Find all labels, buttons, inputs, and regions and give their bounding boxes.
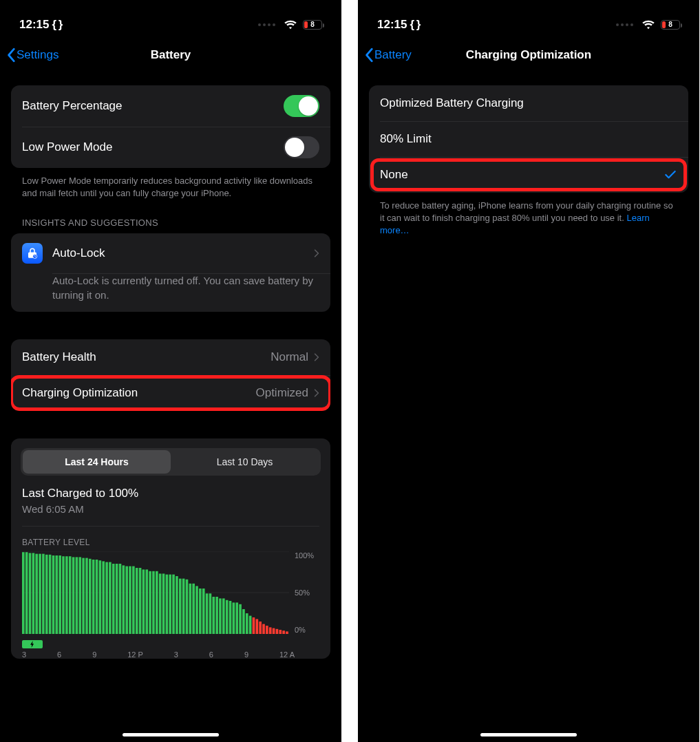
battery-icon: 8 <box>303 20 322 30</box>
x-axis-tick: 3 <box>22 650 26 659</box>
wifi-icon <box>641 18 655 32</box>
row-value: Normal <box>271 350 319 364</box>
svg-rect-17 <box>65 556 68 634</box>
tab-last-10-days[interactable]: Last 10 Days <box>171 450 319 474</box>
svg-rect-46 <box>162 573 165 634</box>
status-time: 12:15 { } <box>377 18 420 32</box>
autolock-insight-row[interactable]: Auto-Lock <box>11 233 330 273</box>
wifi-icon <box>284 18 297 32</box>
svg-rect-80 <box>276 629 279 634</box>
svg-rect-47 <box>166 574 169 633</box>
time-range-segmented[interactable]: Last 24 Hours Last 10 Days <box>21 448 321 476</box>
svg-rect-13 <box>52 555 55 634</box>
row-label: Charging Optimization <box>22 386 138 400</box>
battery-percentage-row[interactable]: Battery Percentage <box>11 85 330 127</box>
row-label: Low Power Mode <box>22 140 112 154</box>
svg-rect-21 <box>78 557 81 634</box>
svg-rect-22 <box>82 558 85 633</box>
x-axis-tick: 9 <box>92 650 96 659</box>
last-charged-title: Last Charged to 100% <box>22 487 319 500</box>
insights-header: INSIGHTS AND SUGGESTIONS <box>11 200 330 233</box>
status-time: 12:15 { } <box>19 18 62 32</box>
svg-rect-61 <box>212 597 215 634</box>
row-label: Battery Percentage <box>22 99 123 113</box>
low-power-mode-toggle[interactable] <box>284 136 319 158</box>
y-axis-labels: 100% 50% 0% <box>295 551 319 634</box>
x-axis-labels: 36912 P36912 A <box>11 650 330 659</box>
svg-rect-42 <box>149 571 151 634</box>
low-power-mode-row[interactable]: Low Power Mode <box>11 127 330 168</box>
svg-rect-38 <box>136 568 138 634</box>
svg-rect-7 <box>32 553 35 634</box>
svg-rect-35 <box>125 566 128 633</box>
lpm-footer: Low Power Mode temporarily reduces backg… <box>11 168 330 200</box>
svg-rect-32 <box>116 564 118 634</box>
svg-rect-34 <box>123 565 125 634</box>
svg-rect-78 <box>269 627 272 634</box>
battery-icon: 8 <box>661 20 680 30</box>
back-button[interactable]: Battery <box>365 47 412 63</box>
svg-rect-33 <box>119 564 122 634</box>
charging-optimization-screen: 12:15 { } 8 Battery Charging Optimizatio… <box>358 0 699 742</box>
status-bar: 12:15 { } 8 <box>0 0 341 41</box>
svg-rect-20 <box>76 557 78 634</box>
chart-section-label: BATTERY LEVEL <box>11 528 330 551</box>
charging-optimization-row[interactable]: Charging Optimization Optimized <box>11 375 330 411</box>
svg-rect-63 <box>219 598 222 634</box>
option-label: Optimized Battery Charging <box>380 96 524 110</box>
battery-percentage-toggle[interactable] <box>284 95 319 117</box>
x-axis-tick: 6 <box>209 650 213 659</box>
insights-group: Auto-Lock Auto-Lock is currently turned … <box>11 233 330 312</box>
bolt-icon <box>22 640 43 648</box>
option-optimized[interactable]: Optimized Battery Charging <box>369 85 688 121</box>
battery-level-chart: 100% 50% 0% <box>11 551 330 641</box>
option-none[interactable]: None <box>369 157 688 193</box>
svg-rect-81 <box>279 630 282 634</box>
svg-rect-79 <box>273 628 275 633</box>
back-label: Settings <box>17 48 59 62</box>
svg-rect-19 <box>72 557 75 634</box>
tab-last-24-hours[interactable]: Last 24 Hours <box>23 450 171 474</box>
x-axis-tick: 6 <box>57 650 61 659</box>
option-80-limit[interactable]: 80% Limit <box>369 121 688 157</box>
svg-rect-5 <box>25 552 28 634</box>
row-value: Optimized <box>255 386 319 400</box>
back-label: Battery <box>374 48 412 62</box>
svg-rect-44 <box>156 571 158 634</box>
svg-rect-30 <box>109 562 112 633</box>
back-button[interactable]: Settings <box>7 47 59 63</box>
cellular-dots-icon <box>616 23 633 26</box>
svg-rect-27 <box>99 560 102 634</box>
battery-health-row[interactable]: Battery Health Normal <box>11 339 330 375</box>
svg-rect-69 <box>239 604 242 634</box>
svg-rect-73 <box>253 617 255 634</box>
svg-rect-57 <box>199 589 202 634</box>
svg-rect-29 <box>105 562 108 633</box>
home-indicator <box>123 733 219 736</box>
svg-rect-31 <box>112 564 115 634</box>
svg-rect-12 <box>49 555 52 634</box>
svg-rect-75 <box>259 622 262 634</box>
home-indicator <box>480 733 577 736</box>
svg-rect-41 <box>145 569 148 634</box>
svg-rect-49 <box>172 574 175 633</box>
svg-rect-66 <box>229 601 232 634</box>
svg-rect-64 <box>222 598 225 634</box>
insight-title: Auto-Lock <box>52 246 105 260</box>
lock-icon <box>22 243 43 264</box>
svg-rect-4 <box>22 552 25 634</box>
svg-rect-82 <box>282 630 285 634</box>
svg-rect-18 <box>69 556 72 634</box>
status-bar: 12:15 { } 8 <box>358 0 699 41</box>
svg-rect-51 <box>179 578 182 633</box>
svg-rect-55 <box>192 584 195 634</box>
x-axis-tick: 12 A <box>279 650 295 659</box>
svg-rect-40 <box>142 569 145 634</box>
battery-settings-screen: 12:15 { } 8 Settings Battery Battery Per… <box>0 0 341 742</box>
svg-rect-65 <box>226 600 229 634</box>
health-group: Battery Health Normal Charging Optimizat… <box>11 339 330 411</box>
svg-rect-50 <box>176 576 178 634</box>
option-label: 80% Limit <box>380 132 432 146</box>
svg-rect-72 <box>249 615 252 633</box>
svg-rect-76 <box>262 624 265 633</box>
